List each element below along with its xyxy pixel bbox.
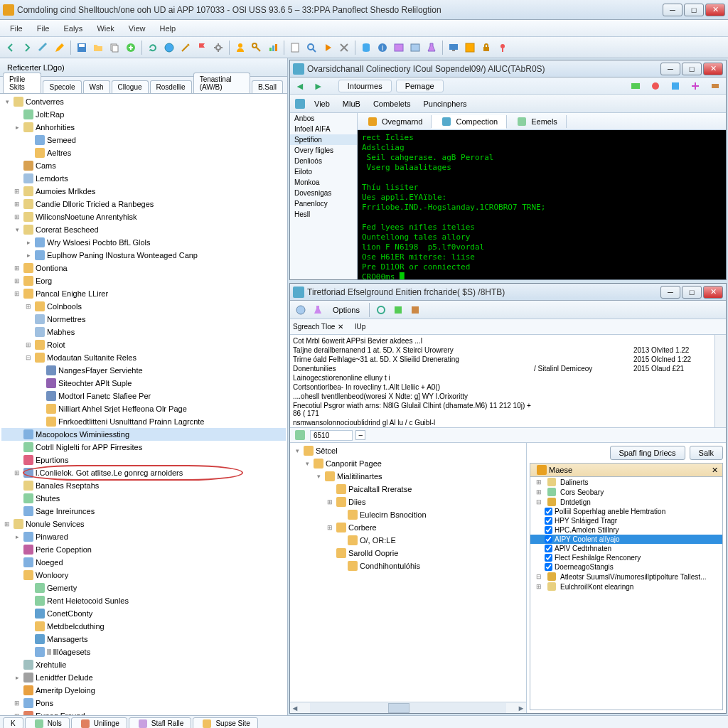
tree-item[interactable]: ▸Euplhow Paning lNostura Wonteaged Canp (1, 249, 286, 262)
tree-item[interactable]: ⊞Pons (1, 697, 286, 710)
lower-tree[interactable]: ▾Sêtcel▾Canporiit Pagee▾MialitilinartesP… (290, 443, 526, 702)
tree-item[interactable]: Semeed (1, 134, 286, 146)
side-item[interactable]: Eiloto (290, 166, 357, 177)
tree-twisty[interactable]: ⊞ (13, 198, 21, 210)
tree-twisty[interactable]: ⊞ (13, 186, 21, 197)
bottom-tab[interactable]: Unilinge (71, 717, 127, 729)
subtab[interactable]: Puncinphers (417, 98, 472, 109)
tree-item[interactable]: ⊞Corbere (291, 521, 525, 534)
tree-item[interactable]: Siteochter APlt Suple (1, 377, 286, 390)
log-row[interactable]: Trirne óald Felhlage~31 at. 5D. X Slieil… (293, 355, 712, 364)
lower-min[interactable]: ─ (660, 286, 680, 299)
side-item[interactable]: Spetifion (290, 134, 357, 145)
tree-item[interactable]: ▾Contverres (1, 95, 286, 108)
tree-item[interactable]: Mabhes (1, 326, 286, 338)
panel-tab[interactable]: Compection (432, 115, 507, 129)
tb-refresh[interactable] (145, 40, 161, 55)
log-scrollbar[interactable] (714, 335, 726, 427)
close-button[interactable]: ✕ (705, 4, 725, 16)
tree-item[interactable]: ⊞l.Conlielok. Got atlitse.Le gonrcg arno… (1, 466, 286, 479)
prop-item[interactable]: Polliil Soperhlag aneble Hemtration (530, 507, 722, 516)
nav-ico1[interactable] (628, 78, 643, 94)
prop-checkbox[interactable] (545, 563, 552, 571)
tree-item[interactable]: Il Illóagesets (1, 646, 286, 658)
tb-screen[interactable] (462, 40, 478, 55)
tree-item[interactable]: Normettres (1, 313, 286, 326)
tree-item[interactable]: ▸Anhorhities (1, 121, 286, 134)
tree-twisty[interactable]: ▸ (13, 122, 21, 133)
tb-flag[interactable] (194, 40, 210, 55)
log-row[interactable]: Cortsontiorlbea- In rovecliny t..Allt Ll… (293, 382, 712, 392)
tree-item[interactable]: ▾Corerat Bescheed (1, 223, 286, 236)
tree-item[interactable]: Modtorl Fanetc Slafiee Per (1, 390, 286, 402)
tree-item[interactable]: Wonloory (1, 569, 286, 582)
tree-item[interactable]: Paicaltall Rreratse (291, 483, 525, 496)
side-item[interactable]: Dovesnigas (290, 188, 357, 198)
prop-item[interactable]: ⊟Dntdetign (530, 497, 722, 507)
side-item[interactable]: Panenlocy (290, 198, 357, 209)
tree-item[interactable]: Ameritp Dyeloing (1, 684, 286, 697)
tree-item[interactable]: ⊟Modautan Sultanite Reles (1, 351, 286, 364)
tree-item[interactable]: Nilliart Ahhel Srjet Heffeona Olr Page (1, 402, 286, 415)
tree-item[interactable]: Eulecirn Bsnocition (291, 508, 525, 521)
lower-close[interactable]: ✕ (703, 286, 723, 299)
tree-item[interactable]: ▾Sêtcel (291, 444, 525, 457)
tree-item[interactable]: Condhihontulóhis (291, 560, 525, 572)
log-row[interactable]: Donentunilies/ Sitalinl Demiceoy2015 Ola… (293, 364, 712, 373)
lt-refresh[interactable] (373, 302, 389, 318)
prop-item[interactable]: APlV Cedtrhnaten (530, 544, 722, 553)
prop-checkbox[interactable] (545, 545, 552, 552)
tree-twisty[interactable]: ▸ (24, 250, 33, 261)
panel-tab[interactable]: Ovegmarnd (358, 115, 432, 128)
tree-item[interactable]: ⊞Aumoies Mrlkdes (1, 185, 286, 198)
menu-ealys[interactable]: Ealys (56, 22, 90, 35)
tree-twisty[interactable]: ⊞ (13, 211, 21, 223)
nav-pemage[interactable]: Pemage (396, 80, 444, 92)
left-tab[interactable]: Wsh (83, 80, 110, 93)
side-item[interactable]: Denlioós (290, 156, 357, 166)
menu-wiek[interactable]: Wiek (90, 22, 121, 35)
left-tab[interactable]: Tenastinal (AW/B) (193, 73, 250, 93)
tb-key[interactable] (249, 40, 264, 55)
tree-twisty[interactable]: ⊞ (24, 301, 33, 312)
upper-min[interactable]: ─ (660, 63, 680, 75)
tb-flask[interactable] (424, 40, 439, 55)
tree-twisty[interactable]: ⊟ (24, 352, 33, 363)
prop-item[interactable]: ⊞Cors Seobary (530, 487, 722, 497)
tb-box2[interactable] (407, 40, 423, 55)
tree-item[interactable]: ⊞Diies (291, 496, 525, 508)
tree-twisty[interactable]: ▸ (24, 237, 33, 248)
tree-twisty[interactable]: ▾ (3, 96, 11, 107)
tree-item[interactable]: ⊞Nonule Senvices (1, 518, 286, 530)
left-tab[interactable]: Prilie Skits (3, 73, 41, 93)
tb-save[interactable] (74, 40, 90, 55)
tree-item[interactable]: Sage Inreirunces (1, 505, 286, 518)
tb-back[interactable] (3, 40, 18, 55)
nav-ico4[interactable] (687, 78, 703, 94)
value-input[interactable] (310, 430, 353, 441)
tree-item[interactable]: Perie Copeption (1, 543, 286, 556)
tb-copy[interactable] (107, 40, 122, 55)
lt-box[interactable] (407, 302, 423, 318)
left-tree[interactable]: ▾ContverresJolt:Rap▸AnhorhitiesSemeedAel… (0, 94, 287, 715)
upper-sidelist[interactable]: AnbosInfoell AIFASpetifionOvery fliglesD… (290, 113, 358, 279)
tree-item[interactable]: ⊞Roiot (1, 338, 286, 351)
tree-item[interactable]: ⊞Pancal Enighe LLirer (1, 287, 286, 300)
nav-intourmes[interactable]: Intourmes (338, 80, 392, 92)
tree-hscroll[interactable]: ◄► (290, 702, 526, 713)
tree-item[interactable]: Jolt:Rap (1, 108, 286, 121)
tree-twisty[interactable]: ⊞ (13, 262, 21, 274)
side-item[interactable]: Monkoa (290, 177, 357, 188)
bottom-tab[interactable]: Nols (25, 717, 70, 729)
log-row[interactable]: ....ohesll tventllenbeod(woresi X Ndte: … (293, 392, 712, 401)
options-label[interactable]: Options (327, 304, 365, 316)
tree-item[interactable]: ▾Canporiit Pagee (291, 457, 525, 470)
lower-max[interactable]: □ (682, 286, 702, 299)
left-tab[interactable]: Rosdellie (150, 80, 192, 93)
panel-tab[interactable]: Eemels (507, 115, 567, 128)
tb-play[interactable] (320, 40, 336, 55)
upper-close[interactable]: ✕ (703, 63, 723, 75)
tb-pencil[interactable] (52, 40, 68, 55)
tb-add[interactable] (123, 40, 139, 55)
tree-item[interactable]: Lemdorts (1, 172, 286, 185)
